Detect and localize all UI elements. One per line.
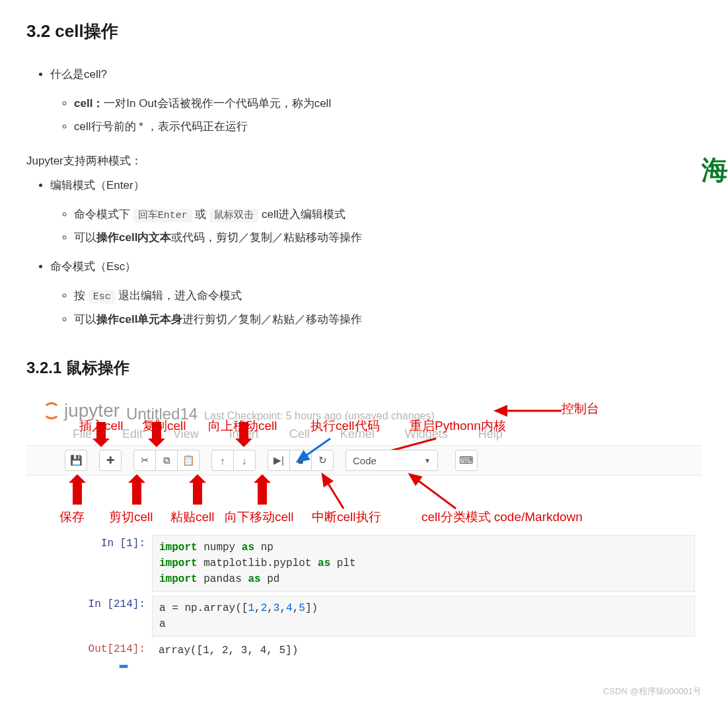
text-fragment: 按 — [74, 289, 89, 302]
restart-button[interactable]: ↻ — [311, 450, 334, 471]
menu-edit[interactable]: Edit — [122, 427, 143, 441]
subsection-heading: 3.2.1 鼠标操作 — [26, 357, 702, 378]
kbd-dblclick: 鼠标双击 — [209, 209, 258, 223]
anno-copy-cell: 复制cell — [142, 417, 186, 435]
in-prompt: In [214]: — [73, 596, 145, 610]
anno-console: 控制台 — [562, 400, 599, 417]
modes-list: 编辑模式（Enter） 命令模式下 回车Enter 或 鼠标双击 cell进入编… — [26, 174, 702, 331]
anno-move-down: 向下移动cell — [225, 509, 294, 526]
cell-term: cell： — [74, 97, 104, 110]
list-item: 命令模式下 回车Enter 或 鼠标双击 cell进入编辑模式 — [74, 203, 702, 227]
interrupt-button[interactable]: ■ — [289, 450, 312, 471]
anno-restart-kernel: 重启Pythonn内核 — [410, 417, 506, 435]
anno-save: 保存 — [59, 509, 85, 526]
list-item: 编辑模式（Enter） — [50, 174, 702, 197]
anno-cut: 剪切cell — [109, 509, 153, 526]
list-item: 按 Esc 退出编辑，进入命令模式 — [74, 284, 702, 308]
code-editor[interactable]: import numpy as np import matplotlib.pyp… — [152, 535, 695, 592]
cell-type-select[interactable]: Code — [346, 450, 438, 471]
anno-paste: 粘贴cell — [170, 509, 215, 526]
bold-fragment: 操作cell单元本身 — [96, 313, 182, 326]
command-palette-button[interactable]: ⌨ — [455, 450, 478, 471]
list-item: 可以操作cell内文本或代码，剪切／复制／粘贴移动等操作 — [74, 226, 702, 250]
list-item: cell：一对In Out会话被视作一个代码单元，称为cell — [74, 92, 702, 116]
code-editor[interactable]: a = np.array([1,2,3,4,5]) a — [152, 596, 695, 637]
arrow-icon — [193, 481, 202, 505]
text-fragment: 进行剪切／复制／粘贴／移动等操作 — [182, 313, 362, 326]
in-prompt: In [1]: — [73, 535, 145, 549]
anno-celltype: cell分类模式 code/Markdown — [421, 509, 583, 526]
anno-run-cell: 执行cell代码 — [310, 417, 380, 435]
run-button[interactable]: ▶| — [268, 450, 290, 471]
arrow-icon — [239, 422, 248, 441]
text-fragment: 或 — [192, 208, 209, 221]
intro-list: 什么是cell? cell：一对In Out会话被视作一个代码单元，称为cell… — [26, 63, 702, 139]
modes-intro: Jupyter支持两种模式： — [26, 153, 702, 168]
move-up-button[interactable]: ↑ — [211, 450, 234, 471]
arrow-icon — [152, 422, 161, 441]
list-item: 命令模式（Esc） — [50, 255, 702, 279]
cut-button[interactable]: ✂ — [133, 450, 156, 471]
code-cell[interactable]: In [1]: import numpy as np import matplo… — [73, 535, 695, 592]
copy-button[interactable]: ⧉ — [155, 450, 178, 471]
arrow-icon — [258, 481, 267, 505]
jupyter-logo-icon — [43, 402, 60, 419]
section-heading: 3.2 cell操作 — [26, 20, 702, 43]
list-item: 什么是cell? — [50, 63, 702, 87]
bold-fragment: 操作cell内文本 — [96, 231, 171, 244]
text-fragment: 退出编辑，进入命令模式 — [116, 289, 242, 302]
text-fragment: 命令模式下 — [74, 208, 133, 221]
out-prompt: Out[214]: — [73, 641, 145, 655]
kbd-esc: Esc — [89, 290, 116, 304]
notebook-cells: In [1]: import numpy as np import matplo… — [26, 522, 702, 675]
cell-output: array([1, 2, 3, 4, 5]) — [152, 641, 695, 660]
watermark-footer: CSDN @程序猿000001号 — [0, 682, 728, 707]
output-cell: Out[214]: array([1, 2, 3, 4, 5]) — [73, 641, 695, 660]
save-button[interactable]: 💾 — [65, 450, 87, 471]
list-item: cell行号前的 * ，表示代码正在运行 — [74, 115, 702, 139]
watermark-side: 海 — [702, 152, 728, 188]
arrow-icon — [96, 422, 106, 441]
text-fragment: cell进入编辑模式 — [258, 208, 346, 221]
menu-cell[interactable]: Cell — [289, 427, 310, 441]
code-cell[interactable]: In [214]: a = np.array([1,2,3,4,5]) a — [73, 596, 695, 637]
running-indicator — [119, 664, 128, 668]
paste-button[interactable]: 📋 — [177, 450, 200, 471]
list-item: 可以操作cell单元本身进行剪切／复制／粘贴／移动等操作 — [74, 308, 702, 332]
cell-def: 一对In Out会话被视作一个代码单元，称为cell — [104, 97, 331, 110]
kbd-enter: 回车Enter — [133, 209, 192, 223]
anno-interrupt: 中断cell执行 — [312, 509, 381, 526]
arrow-icon — [73, 481, 82, 505]
svg-line-3 — [322, 474, 344, 509]
svg-line-4 — [410, 474, 456, 509]
arrow-icon — [132, 481, 141, 505]
text-fragment: 可以 — [74, 313, 96, 326]
jupyter-screenshot: 插入cell 复制cell 向上移动cell 执行cell代码 重启Python… — [26, 398, 702, 675]
insert-cell-button[interactable]: ✚ — [99, 450, 122, 471]
jupyter-toolbar: 💾 ✚ ✂ ⧉ 📋 ↑ ↓ ▶| ■ ↻ Code ⌨ — [26, 445, 702, 476]
move-down-button[interactable]: ↓ — [233, 450, 256, 471]
